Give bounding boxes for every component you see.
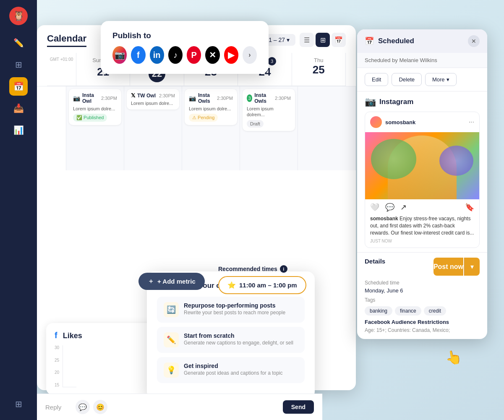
x-icon: 𝕏 — [131, 92, 135, 99]
tiktok-network-button[interactable]: ♪ — [168, 46, 183, 64]
ig-avatar — [370, 116, 382, 128]
instagram-icon: 📷 — [73, 95, 80, 102]
reply-icons: 💬 😊 — [76, 400, 107, 414]
view-buttons: ☰ ⊞ 📅 — [300, 33, 346, 47]
status-pending: ⚠ Pending — [189, 114, 218, 122]
facebook-network-button[interactable]: f — [131, 46, 145, 64]
sidebar-item-apps[interactable]: ⊞ — [9, 395, 28, 413]
scheduled-header: 📅 Scheduled ✕ — [357, 29, 487, 53]
instagram-network-button[interactable]: 📷 — [112, 46, 127, 64]
day-col-tue[interactable]: 📷 Insta Owls 2:30PM Lorem ipsum dolre...… — [182, 86, 240, 170]
scheduled-title: Scheduled — [378, 37, 464, 45]
youtube-network-button[interactable]: ▶ — [224, 46, 238, 64]
inbox-icon: 📥 — [13, 103, 24, 113]
publish-to-card: Publish to 📷 f in ♪ P ✕ ▶ › — [101, 21, 269, 74]
info-icon[interactable]: i — [280, 265, 287, 273]
post-card-wed[interactable]: 3 Insta Owls 2:30PM Lorem ipsum dolrem..… — [243, 89, 295, 131]
scheduled-time-value: Monday, June 6 — [365, 287, 480, 294]
calendar-body: 📷 Insta Owl 2:30PM Lorem ipsum dolre... … — [37, 86, 356, 170]
facebook-chart-icon: f — [55, 331, 57, 340]
scheduled-time-label: Scheduled time — [365, 280, 480, 286]
chevron-down-icon: ▾ — [447, 76, 449, 83]
time-column — [37, 86, 66, 170]
instagram-post-preview: somosbank ··· 🤍 💬 ↗ 🔖 somosbank Enjoy st… — [365, 112, 480, 248]
post-card-tue[interactable]: 📷 Insta Owls 2:30PM Lorem ipsum dolre...… — [185, 89, 237, 125]
delete-button[interactable]: Delete — [392, 73, 422, 86]
scratch-icon: ✏️ — [164, 332, 179, 347]
tag-banking: banking — [365, 306, 392, 316]
repurpose-title: Repurpose top-performing posts — [184, 302, 285, 309]
day-col-mon[interactable]: 𝕏 TW Owl 2:30PM Lorem ipsum dolre... — [124, 86, 182, 170]
recommended-section: Recommended times i ⭐ 11:00 am – 1:00 pm — [218, 265, 306, 294]
more-networks-button[interactable]: › — [243, 46, 257, 64]
sidebar: 🦉 ✏️ ⊞ 📅 📥 📊 ⊞ — [0, 0, 37, 420]
ig-time: JUST NOW — [365, 239, 479, 248]
cursor-hand: 👆 — [444, 348, 463, 367]
close-button[interactable]: ✕ — [468, 35, 480, 47]
grid-view-button[interactable]: ⊞ — [316, 33, 330, 47]
pinterest-network-button[interactable]: P — [187, 46, 201, 64]
compose-icon: ✏️ — [13, 38, 24, 48]
sidebar-item-inbox[interactable]: 📥 — [9, 99, 28, 117]
post-now-container: Post now ▾ — [433, 258, 480, 276]
badge-3-icon: 3 — [247, 94, 252, 102]
tags-label: Tags — [365, 297, 480, 303]
calendar-title: Calendar — [47, 33, 86, 47]
send-button[interactable]: Send — [283, 400, 314, 414]
inspired-title: Get inspired — [184, 363, 282, 369]
sidebar-item-dashboard[interactable]: ⊞ — [9, 55, 28, 74]
share-icon[interactable]: ↗ — [400, 203, 407, 212]
post-card-sun[interactable]: 📷 Insta Owl 2:30PM Lorem ipsum dolre... … — [69, 89, 121, 125]
status-published: ✅ Published — [73, 114, 107, 122]
add-metric-button[interactable]: ＋ + Add metric — [138, 273, 205, 290]
post-card-mon[interactable]: 𝕏 TW Owl 2:30PM Lorem ipsum dolre... — [127, 89, 179, 110]
comment-icon[interactable]: 💬 — [385, 203, 394, 212]
chart-y-labels: 30 25 20 15 — [55, 345, 59, 387]
list-view-button[interactable]: ☰ — [300, 33, 314, 47]
details-section: Details Post now ▾ Scheduled time Monday… — [357, 252, 487, 339]
ig-more-button[interactable]: ··· — [469, 118, 474, 126]
day-col-sun[interactable]: 📷 Insta Owl 2:30PM Lorem ipsum dolre... … — [66, 86, 124, 170]
sidebar-item-compose[interactable]: ✏️ — [9, 34, 28, 52]
platform-name: Instagram — [379, 98, 413, 106]
plus-icon: ＋ — [148, 277, 154, 285]
post-now-dropdown-button[interactable]: ▾ — [464, 258, 480, 276]
star-icon: ⭐ — [227, 281, 236, 289]
calendar-sched-icon: 📅 — [365, 37, 374, 46]
message-icon-button[interactable]: 💬 — [76, 400, 90, 414]
scheduled-panel: 📅 Scheduled ✕ Scheduled by Melanie Wilki… — [357, 29, 487, 339]
inspired-icon: 💡 — [164, 363, 179, 378]
scratch-desc: Generate new captions to engage, delight… — [184, 340, 293, 346]
recommended-time-button[interactable]: ⭐ 11:00 am – 1:00 pm — [218, 276, 306, 294]
bookmark-icon[interactable]: 🔖 — [465, 203, 474, 212]
dashboard-icon: ⊞ — [15, 60, 22, 70]
reply-label: Reply — [45, 404, 71, 411]
publish-icons: 📷 f in ♪ P ✕ ▶ › — [112, 46, 257, 64]
gmt-label: GMT +01:00 — [47, 53, 76, 86]
post-now-button[interactable]: Post now — [433, 258, 463, 276]
day-col-wed[interactable]: 3 Insta Owls 2:30PM Lorem ipsum dolrem..… — [240, 86, 298, 170]
tag-finance: finance — [395, 306, 421, 316]
day-col-thu[interactable] — [298, 86, 356, 170]
details-title: Details — [365, 258, 385, 265]
day-header-thu: Thu 25 — [292, 53, 346, 86]
tag-credit: credit — [424, 306, 446, 316]
repurpose-desc: Rewrite your best posts to reach more pe… — [184, 310, 285, 316]
ai-option-inspired[interactable]: 💡 Get inspired Generate post ideas and c… — [157, 357, 305, 383]
ai-option-repurpose[interactable]: 🔄 Repurpose top-performing posts Rewrite… — [157, 297, 305, 323]
x-network-button[interactable]: ✕ — [205, 46, 219, 64]
linkedin-network-button[interactable]: in — [150, 46, 164, 64]
ai-option-scratch[interactable]: ✏️ Start from scratch Generate new capti… — [157, 327, 305, 353]
edit-button[interactable]: Edit — [365, 73, 388, 86]
more-button[interactable]: More ▾ — [425, 73, 457, 86]
restrictions-value: Age: 15+; Countries: Canada, Mexico; — [365, 327, 480, 334]
calendar-icon: 📅 — [13, 81, 24, 91]
heart-icon[interactable]: 🤍 — [370, 203, 379, 212]
month-view-button[interactable]: 📅 — [332, 33, 346, 47]
scratch-title: Start from scratch — [184, 332, 293, 339]
emoji-icon-button[interactable]: 😊 — [93, 400, 107, 414]
sidebar-item-calendar[interactable]: 📅 — [9, 77, 28, 96]
ig-username: somosbank — [385, 119, 415, 125]
ig-post-image — [365, 132, 479, 199]
sidebar-item-reports[interactable]: 📊 — [9, 121, 28, 139]
